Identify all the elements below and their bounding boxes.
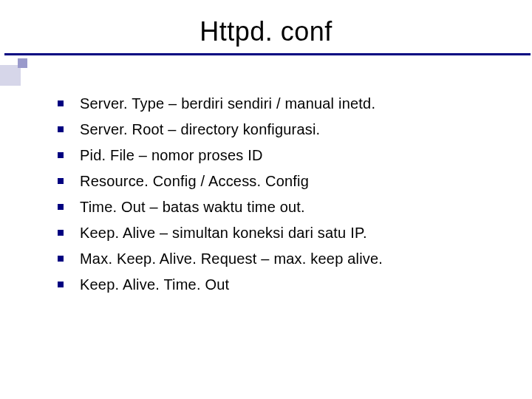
bullet-icon — [58, 152, 64, 158]
list-item: Server. Root – directory konfigurasi. — [58, 119, 510, 140]
title-underline — [4, 53, 531, 55]
corner-decoration — [0, 56, 40, 96]
bullet-text: Time. Out – batas waktu time out. — [80, 197, 305, 218]
list-item: Server. Type – berdiri sendiri / manual … — [58, 93, 510, 115]
slide: Httpd. conf Server. Type – berdiri sendi… — [0, 0, 532, 399]
bullet-icon — [58, 100, 64, 106]
bullet-icon — [58, 256, 64, 262]
list-item: Time. Out – batas waktu time out. — [58, 197, 510, 218]
bullet-icon — [58, 230, 64, 236]
bullet-text: Keep. Alive. Time. Out — [80, 274, 229, 296]
bullet-text: Server. Type – berdiri sendiri / manual … — [80, 93, 375, 115]
list-item: Resource. Config / Access. Config — [58, 171, 510, 192]
list-item: Max. Keep. Alive. Request – max. keep al… — [58, 248, 510, 270]
bullet-text: Pid. File – nomor proses ID — [80, 145, 263, 166]
bullet-icon — [58, 282, 64, 287]
bullet-text: Server. Root – directory konfigurasi. — [80, 119, 320, 140]
list-item: Pid. File – nomor proses ID — [58, 145, 510, 166]
bullet-text: Keep. Alive – simultan koneksi dari satu… — [80, 222, 367, 244]
bullet-icon — [58, 204, 64, 210]
deco-square-large — [0, 65, 21, 86]
list-item: Keep. Alive – simultan koneksi dari satu… — [58, 222, 510, 244]
bullet-text: Max. Keep. Alive. Request – max. keep al… — [80, 248, 383, 270]
slide-title: Httpd. conf — [0, 16, 532, 47]
list-item: Keep. Alive. Time. Out — [58, 274, 510, 296]
deco-square-small — [18, 58, 27, 68]
bullet-text: Resource. Config / Access. Config — [80, 171, 309, 192]
bullet-list: Server. Type – berdiri sendiri / manual … — [58, 93, 510, 300]
bullet-icon — [58, 178, 64, 184]
bullet-icon — [58, 126, 64, 132]
